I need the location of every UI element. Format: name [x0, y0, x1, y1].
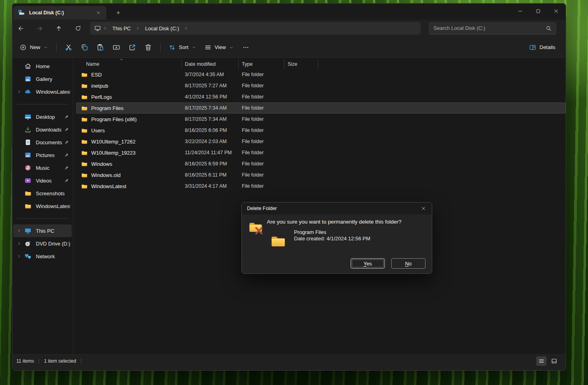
share-button[interactable] — [124, 41, 140, 54]
cut-button[interactable] — [61, 41, 76, 54]
search-icon[interactable] — [545, 25, 552, 31]
column-header-type[interactable]: Type — [239, 59, 284, 69]
column-header-size[interactable]: Size — [284, 59, 318, 69]
folder-icon — [81, 94, 88, 100]
plus-icon — [116, 10, 121, 16]
rename-button[interactable] — [108, 41, 124, 54]
dialog-close-button[interactable] — [419, 204, 428, 213]
table-row[interactable]: inetpub 8/17/2025 7:27 AM File folder — [76, 80, 566, 91]
large-icons-view-icon — [551, 358, 557, 364]
details-label: Details — [539, 44, 555, 50]
pictures-icon — [24, 151, 31, 159]
folder-icon — [81, 127, 88, 134]
explorer-tab[interactable]: Local Disk (C:) — [13, 6, 106, 20]
paste-button[interactable] — [92, 41, 108, 54]
delete-button[interactable] — [140, 41, 156, 54]
status-divider — [39, 358, 39, 364]
table-row[interactable]: Program Files (x86) 8/17/2025 7:34 AM Fi… — [76, 114, 566, 125]
pin-icon — [64, 165, 69, 171]
cut-icon — [65, 43, 73, 51]
table-row[interactable]: Windows 8/16/2025 6:59 PM File folder — [76, 158, 566, 169]
status-bar: 11 items 1 item selected — [12, 354, 566, 370]
close-icon — [553, 8, 559, 14]
tab-title: Local Disk (C:) — [29, 10, 90, 16]
breadcrumb-local-disk-c[interactable]: Local Disk (C:) — [142, 24, 182, 33]
forward-button[interactable] — [33, 22, 46, 35]
view-lines-icon — [204, 44, 212, 51]
table-row[interactable]: WindowsLatest 3/31/2024 4:17 AM File fol… — [76, 181, 566, 192]
close-window-button[interactable] — [547, 4, 565, 19]
dialog-item-name: Program Files — [294, 229, 326, 235]
sidebar-item-dvd-drive[interactable]: DVD Drive (D:) CCC — [13, 237, 72, 250]
sidebar-item-desktop[interactable]: Desktop — [13, 110, 72, 123]
sort-label: Sort — [179, 44, 188, 50]
sidebar-item-documents[interactable]: Documents — [13, 136, 72, 149]
chevron-right-icon[interactable] — [16, 254, 23, 259]
items-count: 11 items — [16, 358, 34, 364]
more-options-button[interactable] — [238, 41, 254, 54]
column-header-date-modified[interactable]: Date modified — [182, 59, 239, 69]
music-icon — [24, 164, 31, 171]
chevron-right-icon[interactable] — [16, 228, 23, 233]
sidebar-item-videos[interactable]: Videos — [13, 174, 72, 187]
new-tab-button[interactable] — [113, 7, 124, 18]
paste-icon — [96, 43, 104, 51]
sidebar-item-pictures[interactable]: Pictures — [13, 149, 72, 161]
minimize-icon — [517, 8, 523, 14]
table-row[interactable]: Windows.old 8/16/2025 6:11 PM File folde… — [76, 169, 566, 181]
sidebar-item-onedrive[interactable]: WindowsLatest - Pe — [13, 85, 72, 98]
this-pc-monitor-icon — [94, 25, 101, 32]
sidebar-item-home[interactable]: Home — [13, 60, 72, 73]
details-view-icon — [538, 358, 545, 364]
table-row[interactable]: PerfLogs 4/1/2024 12:56 PM File folder — [76, 91, 566, 102]
up-button[interactable] — [52, 22, 65, 35]
large-icons-view-button[interactable] — [549, 356, 559, 366]
share-icon — [128, 43, 136, 51]
table-row-selected[interactable]: Program Files 8/17/2025 7:34 AM File fol… — [76, 102, 566, 114]
new-button[interactable]: New — [16, 41, 52, 54]
details-pane-button[interactable]: Details — [525, 41, 559, 54]
videos-icon — [24, 177, 31, 184]
close-icon — [96, 10, 101, 15]
maximize-button[interactable] — [529, 4, 547, 19]
sidebar-item-screenshots[interactable]: Screenshots — [13, 187, 72, 200]
back-button[interactable] — [14, 22, 27, 35]
tab-bar: Local Disk (C:) — [12, 4, 566, 20]
minimize-button[interactable] — [511, 4, 529, 19]
no-button[interactable]: No — [391, 258, 425, 269]
tab-close-button[interactable] — [94, 8, 103, 18]
toolbar-divider — [56, 43, 57, 52]
column-header-name[interactable]: Name — [76, 59, 182, 69]
sidebar-item-network[interactable]: Network — [13, 250, 72, 263]
folder-icon — [81, 82, 88, 89]
sidebar-item-downloads[interactable]: Downloads — [13, 123, 72, 136]
sidebar-item-gallery[interactable]: Gallery — [13, 73, 72, 85]
yes-button[interactable]: Yes — [351, 258, 385, 269]
chevron-right-icon[interactable] — [16, 89, 23, 94]
breadcrumb-this-pc[interactable]: This PC — [109, 24, 134, 33]
refresh-button[interactable] — [72, 22, 84, 35]
sidebar-item-this-pc[interactable]: This PC — [13, 224, 72, 237]
search-input[interactable]: Search Local Disk (C:) — [429, 22, 557, 35]
table-row[interactable]: W10Ultemp_19223 11/24/2024 11:47 PM File… — [76, 147, 566, 158]
copy-button[interactable] — [76, 41, 92, 54]
dialog-title-bar: Delete Folder — [242, 202, 432, 214]
address-bar[interactable]: This PC Local Disk (C:) — [90, 22, 421, 35]
table-row[interactable]: W10Ultemp_17262 3/22/2024 2:03 AM File f… — [76, 136, 566, 147]
table-row[interactable]: Users 8/16/2025 6:06 PM File folder — [76, 125, 566, 136]
sidebar-item-music[interactable]: Music — [13, 161, 72, 174]
desktop-icon — [24, 113, 31, 120]
view-toggles — [536, 356, 559, 366]
table-row[interactable]: ESD 3/7/2024 4:35 AM File folder — [76, 69, 566, 80]
details-view-button[interactable] — [536, 356, 547, 366]
chevron-right-icon[interactable] — [16, 241, 23, 246]
view-button[interactable]: View — [200, 41, 238, 54]
sidebar-item-windowslatest[interactable]: WindowsLatest — [13, 200, 72, 212]
onedrive-cloud-icon — [24, 88, 31, 95]
pin-icon — [64, 152, 69, 158]
pin-icon — [64, 127, 69, 132]
sort-button[interactable]: Sort — [165, 41, 200, 54]
folder-icon — [81, 183, 88, 190]
breadcrumb-chevron-icon — [135, 26, 140, 31]
delete-folder-icon — [248, 219, 264, 236]
